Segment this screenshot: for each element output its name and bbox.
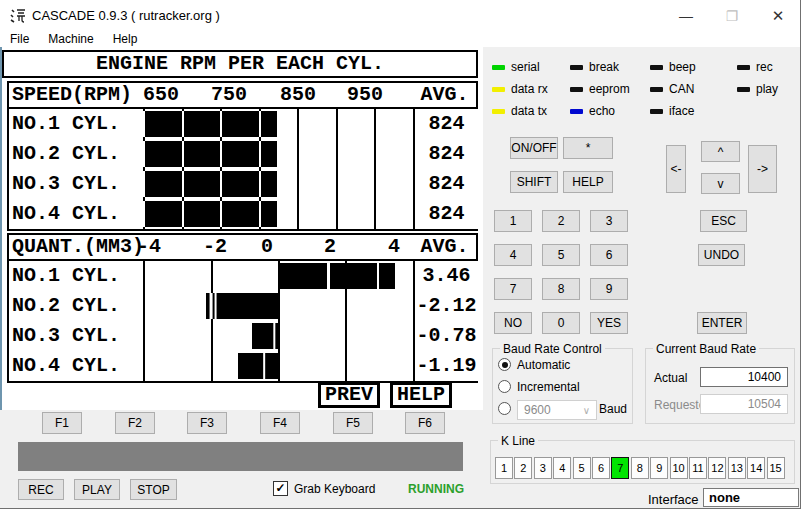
minimize-button[interactable]: — — [663, 0, 709, 32]
digit-4-button[interactable]: 4 — [494, 244, 532, 266]
kline-button-14[interactable]: 14 — [747, 457, 765, 479]
rec-button[interactable]: REC — [18, 479, 64, 500]
play-button[interactable]: PLAY — [74, 479, 120, 500]
display-help-button[interactable]: HELP — [390, 382, 452, 408]
menu-help[interactable]: Help — [104, 32, 147, 47]
rpm-avg-column: 824824824824 — [413, 109, 478, 229]
baud-group-title: Baud Rate Control — [500, 342, 605, 356]
kline-button-8[interactable]: 8 — [631, 457, 649, 479]
fkey-f3-button[interactable]: F3 — [187, 412, 227, 434]
radio-incremental[interactable] — [498, 380, 511, 393]
quant-avg-value: -0.78 — [415, 321, 478, 351]
no-button[interactable]: NO — [494, 312, 532, 334]
digit-2-button[interactable]: 2 — [542, 210, 580, 232]
rpm-avg-value: 824 — [415, 199, 478, 229]
grab-keyboard-checkbox[interactable]: ✓ — [273, 481, 288, 496]
esc-button[interactable]: ESC — [700, 210, 747, 232]
fkey-f5-button[interactable]: F5 — [333, 412, 373, 434]
kline-button-1[interactable]: 1 — [495, 457, 513, 479]
k-line-title: K Line — [498, 434, 538, 448]
display-title: ENGINE RPM PER EACH CYL. — [2, 50, 478, 78]
digit-5-button[interactable]: 5 — [542, 244, 580, 266]
quant-header-label: QUANT.(MM3) — [12, 235, 144, 259]
legend-item: echo — [570, 100, 630, 122]
arrow-up-button[interactable]: ^ — [701, 141, 740, 162]
fkey-f6-button[interactable]: F6 — [405, 412, 445, 434]
kline-button-11[interactable]: 11 — [689, 457, 707, 479]
legend-label: data tx — [511, 104, 547, 118]
progress-bar — [18, 442, 463, 471]
quant-table-body: NO.1 CYL.NO.2 CYL.NO.3 CYL.NO.4 CYL. 3.4… — [9, 261, 476, 381]
prev-button[interactable]: PREV — [318, 382, 380, 408]
legend-item: break — [570, 56, 630, 78]
fkey-f4-button[interactable]: F4 — [260, 412, 300, 434]
quant-table-header: QUANT.(MM3) -4 -2 0 2 4 AVG. — [9, 235, 476, 261]
undo-button[interactable]: UNDO — [698, 244, 745, 266]
digit-3-button[interactable]: 3 — [590, 210, 628, 232]
quant-avg-column: 3.46-2.12-0.78-1.19 — [413, 261, 478, 381]
menu-machine[interactable]: Machine — [39, 32, 102, 47]
actual-value-field[interactable]: 10400 — [700, 367, 788, 387]
yes-button[interactable]: YES — [590, 312, 628, 334]
radio-fixed-baud[interactable] — [498, 402, 511, 415]
rpm-table-header: SPEED(RPM) 650 750 850 950 AVG. — [9, 83, 476, 109]
kline-button-12[interactable]: 12 — [708, 457, 726, 479]
quant-row-label: NO.2 CYL. — [12, 291, 120, 321]
enter-button[interactable]: ENTER — [697, 312, 747, 334]
baud-dropdown[interactable]: 9600 ∨ — [517, 400, 597, 420]
window-title: CASCADE 0.9.3 ( rutracker.org ) — [32, 8, 220, 23]
kline-button-9[interactable]: 9 — [650, 457, 668, 479]
rpm-row-label: NO.1 CYL. — [12, 109, 120, 139]
rpm-avg-value: 824 — [415, 169, 478, 199]
legend-item: data rx — [492, 78, 548, 100]
radio-automatic[interactable] — [498, 358, 511, 371]
star-button[interactable]: * — [563, 137, 613, 159]
help-button[interactable]: HELP — [563, 171, 613, 193]
interface-label: Interface — [648, 492, 699, 507]
app-window: CASCADE 0.9.3 ( rutracker.org ) — ❐ ✕ Fi… — [0, 0, 801, 509]
digit-1-button[interactable]: 1 — [494, 210, 532, 232]
fkey-f1-button[interactable]: F1 — [42, 412, 82, 434]
fkey-f2-button[interactable]: F2 — [115, 412, 155, 434]
digit-6-button[interactable]: 6 — [590, 244, 628, 266]
play-indicator-icon — [737, 87, 750, 92]
quant-avg-value: -2.12 — [415, 291, 478, 321]
digit-0-button[interactable]: 0 — [542, 312, 580, 334]
rpm-tick: 650 — [143, 83, 179, 107]
echo-indicator-icon — [570, 109, 583, 114]
quant-tick: -2 — [203, 235, 227, 259]
data-rx-indicator-icon — [492, 87, 505, 92]
app-icon — [10, 8, 26, 24]
onoff-button[interactable]: ON/OFF — [510, 137, 558, 159]
digit-8-button[interactable]: 8 — [542, 278, 580, 300]
shift-button[interactable]: SHIFT — [510, 171, 558, 193]
legend-label: break — [589, 60, 619, 74]
legend-label: echo — [589, 104, 615, 118]
kline-button-10[interactable]: 10 — [670, 457, 688, 479]
menu-file[interactable]: File — [1, 32, 38, 47]
rpm-bar — [143, 141, 277, 167]
digit-7-button[interactable]: 7 — [494, 278, 532, 300]
quant-avg-value: -1.19 — [415, 351, 478, 381]
legend-label: beep — [669, 60, 696, 74]
kline-button-15[interactable]: 15 — [767, 457, 785, 479]
kline-button-7[interactable]: 7 — [611, 457, 629, 479]
kline-button-2[interactable]: 2 — [514, 457, 532, 479]
stop-button[interactable]: STOP — [130, 479, 177, 500]
kline-button-6[interactable]: 6 — [592, 457, 610, 479]
kline-button-5[interactable]: 5 — [573, 457, 591, 479]
legend-item: eeprom — [570, 78, 630, 100]
digit-9-button[interactable]: 9 — [590, 278, 628, 300]
arrow-down-button[interactable]: v — [701, 173, 740, 194]
arrow-left-button[interactable]: <- — [666, 145, 686, 193]
arrow-right-button[interactable]: -> — [748, 145, 777, 193]
legend-label: play — [756, 82, 778, 96]
close-button[interactable]: ✕ — [755, 0, 801, 32]
kline-button-4[interactable]: 4 — [553, 457, 571, 479]
maximize-button[interactable]: ❐ — [709, 0, 755, 32]
kline-button-3[interactable]: 3 — [534, 457, 552, 479]
legend-column: breakeepromecho — [570, 56, 630, 122]
kline-button-13[interactable]: 13 — [728, 457, 746, 479]
rpm-avg-value: 824 — [415, 139, 478, 169]
requested-value-field: 10504 — [700, 394, 788, 414]
